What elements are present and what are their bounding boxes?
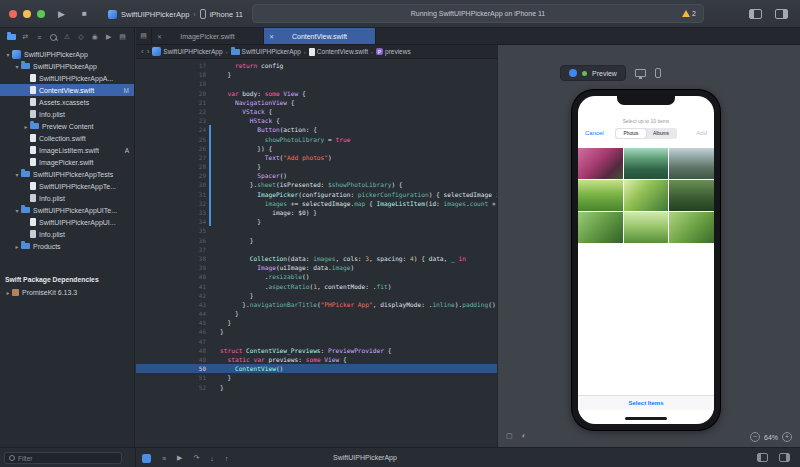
- code-line[interactable]: 28 }: [136, 162, 497, 171]
- breadcrumb-item[interactable]: SwiftUIPHPickerApp: [152, 47, 222, 56]
- disclosure-icon[interactable]: ▾: [13, 207, 21, 214]
- segment-albums[interactable]: Albums: [646, 129, 676, 138]
- code-line[interactable]: 42 }: [136, 291, 497, 300]
- code-line[interactable]: 36 }: [136, 236, 497, 245]
- zoom-window-button[interactable]: [37, 10, 45, 18]
- segment-photos[interactable]: Photos: [616, 129, 646, 138]
- tree-row[interactable]: ImageListItem.swiftA: [0, 144, 134, 156]
- photo-thumbnail[interactable]: [669, 148, 714, 179]
- disclosure-icon[interactable]: ▸: [22, 123, 30, 130]
- forward-icon[interactable]: ›: [147, 47, 150, 56]
- code-line[interactable]: 52}: [136, 383, 497, 392]
- run-button[interactable]: ▶: [58, 0, 65, 28]
- source-control-navigator-icon[interactable]: ⇄: [21, 33, 30, 41]
- breadcrumb-item[interactable]: ContentView.swift: [309, 48, 368, 56]
- tree-row[interactable]: SwiftUIPHPickerAppTe...: [0, 180, 134, 192]
- code-line[interactable]: 17 return config: [136, 61, 497, 70]
- close-tab-icon[interactable]: ✕: [269, 33, 274, 40]
- code-line[interactable]: 43 }.navigationBarTitle("PHPicker App", …: [136, 300, 497, 309]
- select-items-bar[interactable]: Select Items: [578, 395, 714, 410]
- tree-row[interactable]: ImagePicker.swift: [0, 156, 134, 168]
- breadcrumb-item[interactable]: Ppreviews: [376, 48, 411, 55]
- code-line[interactable]: 41 .aspectRatio(1, contentMode: .fit): [136, 282, 497, 291]
- tree-row[interactable]: Info.plist: [0, 192, 134, 204]
- code-line[interactable]: 26 }) {: [136, 144, 497, 153]
- show-right-panel-icon[interactable]: [779, 453, 790, 462]
- stop-button[interactable]: ■: [82, 0, 87, 28]
- code-line[interactable]: 44 }: [136, 309, 497, 318]
- related-items-icon[interactable]: ▤: [136, 28, 152, 44]
- symbol-navigator-icon[interactable]: ≡: [35, 34, 44, 41]
- tree-row[interactable]: ▾SwiftUIPHPickerApp: [0, 60, 134, 72]
- code-line[interactable]: 34 }: [136, 217, 497, 226]
- close-tab-icon[interactable]: ✕: [157, 33, 162, 40]
- photo-thumbnail[interactable]: [578, 212, 623, 243]
- code-line[interactable]: 49 static var previews: some View {: [136, 355, 497, 364]
- color-scheme-icon[interactable]: ◐: [522, 432, 526, 440]
- code-line[interactable]: 47: [136, 337, 497, 346]
- code-line[interactable]: 32 images += selectedImage.map { ImageLi…: [136, 199, 497, 208]
- zoom-in-icon[interactable]: +: [782, 432, 792, 442]
- project-navigator-icon[interactable]: [7, 34, 16, 40]
- disclosure-icon[interactable]: ▸: [4, 289, 12, 296]
- source-editor[interactable]: 17 return config18 }1920 var body: some …: [136, 59, 497, 447]
- live-preview-icon[interactable]: [569, 69, 577, 77]
- code-line[interactable]: 27 Text("Add photos"): [136, 153, 497, 162]
- preview-on-device-icon[interactable]: [635, 69, 646, 77]
- toggle-inspector-icon[interactable]: [775, 9, 788, 19]
- code-line[interactable]: 50 ContentView(): [136, 364, 497, 373]
- photo-thumbnail[interactable]: [624, 212, 669, 243]
- disclosure-icon[interactable]: ▾: [4, 51, 12, 58]
- tree-row[interactable]: SwiftUIPHPickerAppA...: [0, 72, 134, 84]
- tree-row[interactable]: SwiftUIPHPickerAppUI...: [0, 216, 134, 228]
- close-window-button[interactable]: [9, 10, 17, 18]
- code-line[interactable]: 22 VStack {: [136, 107, 497, 116]
- minimize-window-button[interactable]: [23, 10, 31, 18]
- code-line[interactable]: 25 showPhotoLibrary = true: [136, 135, 497, 144]
- tree-row[interactable]: ▾SwiftUIPHPickerAppTests: [0, 168, 134, 180]
- code-line[interactable]: 37: [136, 245, 497, 254]
- code-line[interactable]: 35: [136, 226, 497, 235]
- scheme-selector[interactable]: SwiftUIPHPickerApp › iPhone 11: [108, 0, 243, 28]
- test-navigator-icon[interactable]: ◇: [76, 33, 85, 41]
- photo-thumbnail[interactable]: [624, 148, 669, 179]
- show-left-panel-icon[interactable]: [757, 453, 768, 462]
- step-into-icon[interactable]: ↓: [210, 455, 214, 462]
- disclosure-icon[interactable]: ▾: [13, 63, 21, 70]
- add-button[interactable]: Add: [696, 130, 707, 136]
- tree-row[interactable]: Collection.swift: [0, 132, 134, 144]
- code-line[interactable]: 48struct ContentView_Previews: PreviewPr…: [136, 346, 497, 355]
- tree-row[interactable]: Info.plist: [0, 108, 134, 120]
- zoom-out-icon[interactable]: −: [750, 432, 760, 442]
- zoom-level[interactable]: 64%: [764, 434, 778, 441]
- toggle-navigator-icon[interactable]: [749, 9, 762, 19]
- code-line[interactable]: 31 ImagePicker(configuration: pickerConf…: [136, 190, 497, 199]
- back-icon[interactable]: ‹: [141, 47, 144, 56]
- editor-tab[interactable]: ✕ContentView.swift: [264, 28, 376, 44]
- photo-thumbnail[interactable]: [669, 180, 714, 211]
- code-line[interactable]: 46}: [136, 327, 497, 336]
- photo-thumbnail[interactable]: [624, 180, 669, 211]
- tree-row[interactable]: ▸PromiseKit 6.13.3: [0, 286, 134, 298]
- code-line[interactable]: 45 }: [136, 318, 497, 327]
- code-line[interactable]: 38 Collection(data: images, cols: 3, spa…: [136, 254, 497, 263]
- code-line[interactable]: 30 }.sheet(isPresented: $showPhotoLibrar…: [136, 180, 497, 189]
- code-line[interactable]: 29 Spacer(): [136, 171, 497, 180]
- breadcrumb-item[interactable]: SwiftUIPHPickerApp: [231, 48, 301, 55]
- tree-row[interactable]: Info.plist: [0, 228, 134, 240]
- warning-badge[interactable]: 2: [682, 5, 696, 22]
- code-line[interactable]: 51 }: [136, 373, 497, 382]
- preview-mode-pill[interactable]: Preview: [560, 65, 626, 81]
- tree-row[interactable]: ▸Products: [0, 240, 134, 252]
- debug-list-icon[interactable]: ≡: [162, 455, 166, 462]
- report-navigator-icon[interactable]: ▤: [118, 33, 127, 41]
- code-line[interactable]: 39 Image(uiImage: data.image): [136, 263, 497, 272]
- code-line[interactable]: 18 }: [136, 70, 497, 79]
- code-line[interactable]: 24 Button(action: {: [136, 125, 497, 134]
- editor-tab[interactable]: ✕ImagePicker.swift: [152, 28, 264, 44]
- tree-row[interactable]: Assets.xcassets: [0, 96, 134, 108]
- disclosure-icon[interactable]: ▾: [13, 171, 21, 178]
- code-line[interactable]: 33 image: $0) }: [136, 208, 497, 217]
- photo-thumbnail[interactable]: [578, 180, 623, 211]
- step-over-icon[interactable]: ↷: [193, 454, 199, 462]
